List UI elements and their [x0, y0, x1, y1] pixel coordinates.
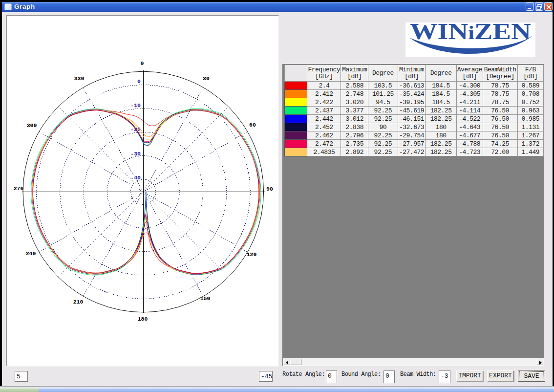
svg-text:150: 150 [200, 295, 211, 302]
svg-text:330: 330 [74, 75, 85, 82]
svg-text:0: 0 [137, 78, 141, 85]
svg-text:0: 0 [141, 60, 144, 66]
svg-text:30: 30 [203, 75, 210, 82]
svg-text:180: 180 [138, 316, 148, 322]
svg-text:-30: -30 [130, 151, 141, 157]
svg-text:-40: -40 [130, 174, 141, 181]
svg-text:240: 240 [26, 250, 36, 257]
svg-text:300: 300 [27, 122, 37, 129]
svg-text:-10: -10 [130, 102, 141, 109]
svg-text:270: 270 [14, 185, 24, 192]
svg-text:210: 210 [73, 299, 84, 305]
svg-text:60: 60 [249, 122, 256, 128]
svg-text:120: 120 [247, 251, 257, 258]
svg-text:90: 90 [266, 186, 273, 192]
svg-text:WINiZEN: WINiZEN [410, 22, 531, 44]
